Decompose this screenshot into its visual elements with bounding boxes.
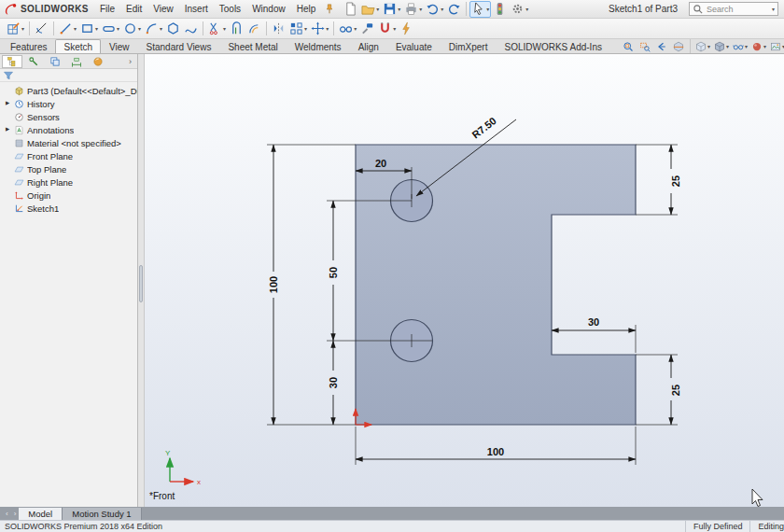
tree-item-history[interactable]: ▶ History bbox=[0, 97, 137, 110]
splitter-handle[interactable] bbox=[139, 265, 143, 302]
save-button[interactable]: ▾ bbox=[381, 1, 402, 18]
tab-scroll-left-icon[interactable]: ‹ bbox=[3, 507, 11, 520]
redo-button[interactable] bbox=[445, 1, 463, 18]
dimxpertmanager-tab[interactable] bbox=[66, 55, 87, 68]
tree-item-sketch1[interactable]: Sketch1 bbox=[0, 202, 137, 215]
dim-height[interactable]: 100 bbox=[268, 276, 279, 293]
panel-chevron-right-icon[interactable]: › bbox=[125, 57, 135, 66]
menu-insert[interactable]: Insert bbox=[179, 2, 214, 16]
polygon-tool-button[interactable] bbox=[164, 21, 182, 37]
tab-dimxpert[interactable]: DimXpert bbox=[441, 39, 497, 53]
menu-tools[interactable]: Tools bbox=[214, 2, 246, 16]
trim-entities-button[interactable]: ▾ bbox=[206, 21, 228, 37]
section-view-button[interactable] bbox=[670, 39, 687, 53]
tab-solidworks-addins[interactable]: SOLIDWORKS Add-Ins bbox=[496, 39, 609, 53]
chevron-down-icon: ▾ bbox=[304, 26, 307, 32]
tab-features[interactable]: Features bbox=[2, 39, 55, 53]
dim-hole-bottom[interactable]: 30 bbox=[328, 377, 339, 388]
rebuild-button[interactable] bbox=[491, 1, 509, 18]
sketch-canvas[interactable]: 20 100 50 30 25 30 25 100 R7.50 bbox=[145, 54, 784, 507]
linear-pattern-button[interactable]: ▾ bbox=[287, 21, 309, 37]
featuremanager-tab[interactable] bbox=[2, 55, 22, 68]
line-tool-button[interactable]: ▾ bbox=[57, 21, 78, 37]
menu-help[interactable]: Help bbox=[291, 2, 322, 16]
menu-file[interactable]: File bbox=[94, 2, 120, 16]
display-style-button[interactable]: ▾ bbox=[712, 39, 731, 53]
tab-view[interactable]: View bbox=[101, 39, 138, 53]
menu-edit[interactable]: Edit bbox=[120, 2, 147, 16]
tree-item-material[interactable]: Material <not specified> bbox=[0, 136, 137, 149]
tree-item-front-plane[interactable]: Front Plane bbox=[0, 149, 137, 162]
tree-item-top-plane[interactable]: Top Plane bbox=[0, 162, 137, 175]
spline-icon bbox=[184, 21, 198, 35]
circle-tool-button[interactable]: ▾ bbox=[121, 21, 143, 37]
offset-entities-button[interactable] bbox=[245, 21, 263, 37]
undo-button[interactable]: ▾ bbox=[424, 1, 445, 18]
tab-scroll-right-icon[interactable]: › bbox=[11, 507, 20, 520]
spline-tool-button[interactable] bbox=[182, 21, 200, 37]
display-relations-button[interactable]: ▾ bbox=[337, 21, 358, 37]
print-button[interactable]: ▾ bbox=[402, 1, 424, 18]
quick-snaps-button[interactable]: ▾ bbox=[376, 21, 398, 37]
tree-item-sensors[interactable]: Sensors bbox=[0, 110, 137, 123]
tree-root-part[interactable]: Part3 (Default<<Default>_Display State bbox=[0, 84, 137, 97]
previous-view-button[interactable] bbox=[653, 39, 670, 53]
sketch-state-label: Fully Defined bbox=[685, 521, 750, 532]
expand-arrow-icon[interactable]: ▶ bbox=[4, 127, 11, 133]
dim-notch-bottom[interactable]: 25 bbox=[670, 385, 681, 396]
dim-hole-offset[interactable]: 20 bbox=[375, 158, 386, 169]
sensors-icon bbox=[14, 112, 24, 122]
filter-funnel-icon[interactable] bbox=[3, 70, 14, 81]
dim-notch-top[interactable]: 25 bbox=[670, 175, 681, 187]
status-bar: SOLIDWORKS Premium 2018 x64 Edition Full… bbox=[0, 520, 784, 532]
arc-tool-button[interactable]: ▾ bbox=[143, 21, 164, 37]
menu-view[interactable]: View bbox=[147, 2, 179, 16]
move-entities-button[interactable]: ▾ bbox=[309, 21, 330, 37]
mirror-entities-button[interactable] bbox=[270, 21, 287, 37]
tab-evaluate[interactable]: Evaluate bbox=[387, 39, 441, 53]
configurationmanager-tab[interactable] bbox=[45, 55, 65, 68]
select-cursor-button[interactable]: ▾ bbox=[469, 1, 491, 18]
sketch-tool-button[interactable]: ▾ bbox=[5, 21, 26, 37]
search-box[interactable]: Search ▾ bbox=[689, 2, 778, 16]
tree-item-origin[interactable]: Origin bbox=[0, 189, 137, 202]
rapid-sketch-button[interactable] bbox=[398, 21, 415, 37]
edition-label: SOLIDWORKS Premium 2018 x64 Edition bbox=[5, 522, 162, 531]
slot-tool-button[interactable]: ▾ bbox=[100, 21, 121, 37]
dim-width[interactable]: 100 bbox=[487, 446, 504, 457]
tab-weldments[interactable]: Weldments bbox=[287, 39, 350, 53]
model-tab[interactable]: Model bbox=[19, 508, 63, 520]
expand-arrow-icon[interactable]: ▶ bbox=[4, 101, 11, 106]
zoom-area-button[interactable] bbox=[637, 39, 653, 53]
displaymanager-tab[interactable] bbox=[88, 55, 108, 68]
hide-show-items-button[interactable]: ▾ bbox=[731, 39, 749, 53]
smart-dimension-button[interactable] bbox=[33, 21, 50, 37]
pushpin-icon bbox=[324, 4, 335, 15]
repair-sketch-button[interactable] bbox=[358, 21, 376, 37]
dim-notch-depth[interactable]: 30 bbox=[588, 316, 599, 328]
toolbar-separator bbox=[690, 39, 691, 53]
tree-item-right-plane[interactable]: Right Plane bbox=[0, 175, 137, 189]
tab-align[interactable]: Align bbox=[350, 39, 387, 53]
tab-sheet-metal[interactable]: Sheet Metal bbox=[219, 39, 286, 53]
zoom-fit-button[interactable] bbox=[620, 39, 637, 53]
chevron-down-icon[interactable]: ▾ bbox=[772, 7, 775, 12]
panel-splitter[interactable] bbox=[138, 54, 145, 507]
motion-study-tab[interactable]: Motion Study 1 bbox=[63, 508, 141, 520]
rectangle-tool-button[interactable]: ▾ bbox=[78, 21, 100, 37]
propertymanager-tab[interactable] bbox=[23, 55, 44, 68]
open-button[interactable]: ▾ bbox=[359, 1, 381, 18]
pin-menu-button[interactable] bbox=[321, 1, 338, 18]
options-button[interactable]: ▾ bbox=[509, 1, 530, 18]
tree-item-annotations[interactable]: ▶ Annotations bbox=[0, 123, 137, 136]
dim-hole-spacing[interactable]: 50 bbox=[328, 267, 339, 278]
menu-window[interactable]: Window bbox=[246, 2, 291, 16]
tab-sketch[interactable]: Sketch bbox=[55, 39, 101, 53]
tab-standard-views[interactable]: Standard Views bbox=[138, 39, 220, 53]
convert-entities-button[interactable] bbox=[228, 21, 245, 37]
apply-scene-button[interactable]: ▾ bbox=[768, 39, 784, 53]
editing-mode-label: Editing bbox=[749, 521, 784, 532]
new-document-button[interactable] bbox=[342, 1, 359, 18]
view-orientation-button[interactable]: ▾ bbox=[693, 39, 712, 53]
edit-appearance-button[interactable]: ▾ bbox=[749, 39, 768, 53]
